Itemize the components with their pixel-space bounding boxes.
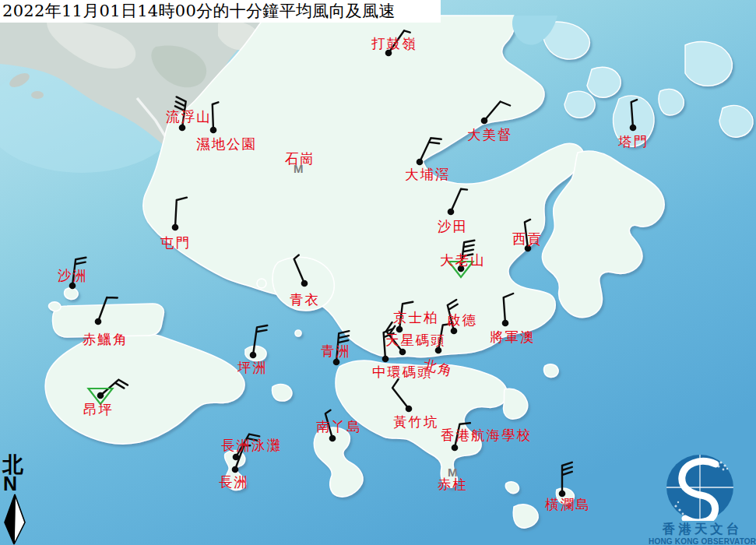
station-dot-kai-tak (451, 328, 458, 335)
wind-barb-sha-chau (72, 258, 86, 286)
station-dot-tsing-yi (301, 280, 308, 287)
wind-barb-tai-mei-tuk (484, 102, 510, 121)
wind-barb-ta-kwu-ling (389, 30, 410, 53)
hko-logo: 香港天文台 HONG KONG OBSERVATORY (649, 452, 756, 545)
station-dot-lamma-island (329, 435, 336, 442)
hko-logo-icon (649, 452, 756, 521)
wind-barb-wong-chuk-hang (392, 379, 409, 409)
wind-barb-tuen-mun (175, 198, 187, 227)
wind-barb-waglan-island (562, 462, 572, 494)
wind-barb-layer (0, 0, 756, 545)
station-dot-star-ferry-pier (399, 349, 406, 356)
station-dot-hk-sea-school (452, 445, 459, 452)
wind-barb-tseung-kwan-o (504, 294, 514, 323)
wind-barb-tsing-yi (294, 255, 304, 284)
north-indicator: 北 N (1, 454, 32, 545)
station-dot-kings-park (396, 326, 403, 333)
station-dot-wong-chuk-hang (406, 406, 413, 413)
wind-barb-wetland-park (213, 102, 219, 130)
station-dot-ta-kwu-ling (385, 50, 392, 57)
hko-name-zh: 香港天文台 (649, 522, 756, 536)
station-dot-north-point (435, 347, 442, 354)
wind-barb-north-point (438, 324, 453, 350)
station-dot-cheung-chau (232, 466, 239, 473)
station-dot-tates-cairn (458, 265, 465, 272)
station-dot-tuen-mun (172, 224, 179, 231)
station-dot-chek-lap-kok (95, 318, 102, 325)
station-dot-lau-fau-shan (179, 125, 186, 132)
wind-barb-tap-mun (631, 100, 637, 128)
station-dot-sai-kung (525, 245, 532, 252)
wind-barb-kings-park (399, 302, 413, 329)
wind-barb-lamma-island (325, 410, 332, 438)
station-dot-waglan-island (559, 490, 566, 498)
wind-barb-hk-sea-school (455, 423, 470, 448)
north-label-zh: 北 (2, 454, 32, 475)
map-title: 2022年11月01日14時00分的十分鐘平均風向及風速 (0, 0, 441, 23)
wind-barb-sha-tin (451, 189, 467, 212)
station-dot-tseung-kwan-o (502, 320, 509, 327)
wind-barb-tai-po-kau (420, 138, 441, 162)
station-dot-tai-mei-tuk (481, 118, 488, 125)
wind-barb-sai-kung (525, 220, 530, 248)
station-dot-green-island (333, 359, 340, 366)
station-dot-wetland-park (210, 127, 217, 134)
station-dot-ngong-ping (97, 392, 104, 399)
wind-barb-chek-lap-kok (98, 297, 118, 322)
station-dot-peng-chau (250, 352, 257, 359)
wind-barb-lau-fau-shan (175, 97, 186, 128)
station-dot-tai-po-kau (417, 159, 424, 166)
wind-barb-ngong-ping (100, 380, 128, 396)
north-label-en: N (3, 475, 32, 493)
wind-barb-tates-cairn (461, 241, 474, 269)
station-dot-central-pier (382, 356, 389, 363)
north-arrow-icon (1, 493, 29, 545)
station-dot-tap-mun (630, 125, 637, 132)
wind-barb-kai-tak (448, 300, 458, 331)
station-dot-sha-tin (448, 209, 455, 216)
wind-barb-green-island (336, 331, 349, 362)
hko-name-en: HONG KONG OBSERVATORY (649, 538, 756, 545)
wind-barb-peng-chau (253, 325, 267, 355)
station-dot-sha-chau (69, 283, 76, 290)
